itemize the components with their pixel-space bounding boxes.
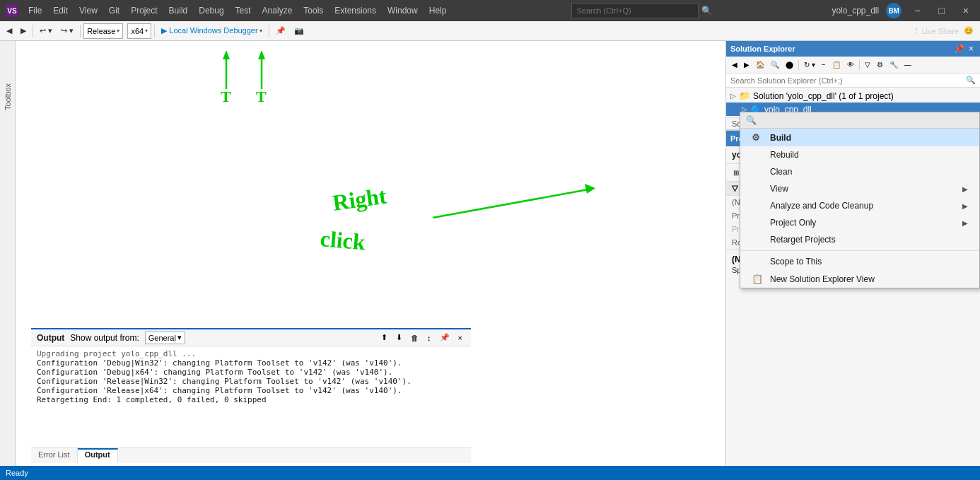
menu-project[interactable]: Project: [125, 3, 163, 18]
menu-git[interactable]: Git: [103, 3, 125, 18]
config-dropdown[interactable]: Release ▾: [83, 23, 123, 39]
output-pin[interactable]: 📌: [437, 332, 453, 344]
cm-search-input[interactable]: [757, 116, 974, 124]
se-circle-btn[interactable]: ⬤: [783, 59, 796, 71]
se-properties-btn[interactable]: 📋: [829, 59, 844, 71]
cm-new-explorer[interactable]: 📋 New Solution Explorer View: [740, 270, 979, 288]
menu-view[interactable]: View: [74, 3, 103, 18]
output-title: Output: [37, 333, 64, 343]
props-misc-collapse[interactable]: ▽: [732, 184, 737, 193]
center-area: T T Right click Output Show output from:: [16, 41, 725, 466]
menu-build[interactable]: Build: [163, 3, 194, 18]
output-source-dropdown[interactable]: General ▾: [145, 332, 185, 344]
menu-file[interactable]: File: [23, 3, 47, 18]
camera-button[interactable]: 📷: [291, 23, 308, 39]
menu-analyze[interactable]: Analyze: [257, 3, 298, 18]
config-dropdown-arrow: ▾: [117, 28, 119, 34]
output-clear[interactable]: 🗑: [408, 332, 421, 344]
cm-build[interactable]: ⚙ Build: [740, 129, 979, 146]
se-collapse-btn[interactable]: −: [819, 59, 829, 71]
se-search-btn[interactable]: 🔍: [768, 59, 782, 71]
platform-dropdown[interactable]: x64 ▾: [127, 23, 151, 39]
se-filter-btn[interactable]: ▽: [862, 59, 873, 71]
se-settings-btn[interactable]: ⚙: [874, 59, 886, 71]
tab-output[interactable]: Output: [78, 448, 118, 463]
menu-help[interactable]: Help: [424, 3, 453, 18]
cm-project-only-arrow: ▶: [962, 219, 968, 227]
output-close[interactable]: ×: [455, 332, 465, 344]
search-icon: 🔍: [701, 6, 712, 16]
cm-scope-label: Scope to This: [770, 257, 822, 267]
se-back-btn[interactable]: ◀: [729, 59, 740, 71]
tab-error-list[interactable]: Error List: [31, 448, 78, 463]
cm-rebuild[interactable]: Rebuild: [740, 146, 979, 163]
undo-group-button[interactable]: ↩ ▾: [36, 23, 56, 39]
cm-project-only-label: Project Only: [770, 218, 816, 228]
debug-button[interactable]: ▶ Local Windows Debugger ▾: [158, 23, 265, 39]
cm-clean[interactable]: Clean: [740, 163, 979, 180]
menu-window[interactable]: Window: [382, 3, 424, 18]
se-search-input[interactable]: [730, 76, 966, 85]
redo-group-button[interactable]: ↪ ▾: [57, 23, 77, 39]
title-bar-right: yolo_cpp_dll BM − □ ×: [832, 0, 974, 21]
back-button[interactable]: ◀: [3, 23, 16, 39]
live-share-label: Live Share: [921, 27, 959, 35]
menu-debug[interactable]: Debug: [193, 3, 229, 18]
output-titlebar: Output Show output from: General ▾ ⬆ ⬇ 🗑…: [31, 329, 471, 346]
cm-analyze[interactable]: Analyze and Code Cleanup ▶: [740, 197, 979, 214]
cm-view[interactable]: View ▶: [740, 180, 979, 197]
toolbox-panel: Toolbox: [0, 41, 16, 466]
menu-tools[interactable]: Tools: [298, 3, 329, 18]
se-home-btn[interactable]: 🏠: [753, 59, 767, 71]
solution-icon: 📁: [739, 90, 750, 101]
output-line-1: Upgrading project yolo_cpp_dll ...: [37, 349, 465, 358]
cm-project-only[interactable]: Project Only ▶: [740, 214, 979, 231]
output-content[interactable]: Upgrading project yolo_cpp_dll ... Confi…: [31, 346, 471, 447]
se-close-button[interactable]: ×: [967, 44, 976, 54]
restore-button[interactable]: □: [933, 0, 950, 21]
cm-scope[interactable]: Scope to This: [740, 253, 979, 270]
se-search-icon: 🔍: [966, 76, 976, 85]
output-line-5: Configuration 'Release|x64': changing Pl…: [37, 386, 465, 395]
output-line-4: Configuration 'Release|Win32': changing …: [37, 377, 465, 386]
forward-button[interactable]: ▶: [17, 23, 30, 39]
cm-retarget[interactable]: Retarget Projects: [740, 231, 979, 248]
se-solution-item[interactable]: ▷ 📁 Solution 'yolo_cpp_dll' (1 of 1 proj…: [726, 89, 980, 103]
se-refresh-btn[interactable]: ↻ ▾: [801, 59, 818, 71]
toolbar-separator-4: [269, 25, 269, 37]
output-scroll-down[interactable]: ⬇: [393, 332, 405, 344]
svg-marker-1: [223, 50, 230, 59]
se-minus2-btn[interactable]: —: [902, 59, 914, 71]
se-forward-btn[interactable]: ▶: [741, 59, 752, 71]
live-share-icon: ⤴: [914, 27, 918, 35]
menu-test[interactable]: Test: [230, 3, 257, 18]
output-line-2: Configuration 'Debug|Win32': changing Pl…: [37, 358, 465, 368]
se-preview-btn[interactable]: 👁: [844, 59, 857, 71]
close-button[interactable]: ×: [957, 0, 974, 21]
menu-extensions[interactable]: Extensions: [329, 3, 382, 18]
debug-label: ▶ Local Windows Debugger: [161, 26, 257, 35]
output-scroll-up[interactable]: ⬆: [378, 332, 390, 344]
cm-view-label: View: [770, 184, 788, 194]
live-share-button[interactable]: ⤴ Live Share: [914, 27, 959, 35]
title-bar: VS File Edit View Git Project Build Debu…: [0, 0, 980, 21]
pin-button[interactable]: 📌: [272, 23, 289, 39]
toolbar-separator-3: [154, 25, 155, 37]
output-wrap[interactable]: ↕: [424, 332, 434, 344]
feedback-button[interactable]: 😊: [960, 23, 977, 39]
cm-analyze-label: Analyze and Code Cleanup: [770, 201, 873, 211]
search-input[interactable]: [571, 3, 699, 18]
se-pin-button[interactable]: 📌: [952, 44, 967, 54]
vs-logo: VS: [6, 4, 18, 17]
output-line-6: Retargeting End: 1 completed, 0 failed, …: [37, 395, 465, 404]
cm-new-explorer-label: New Solution Explorer View: [770, 274, 875, 284]
right-panel: Solution Explorer 📌 × ◀ ▶ 🏠 🔍 ⬤ ↻ ▾ − 📋 …: [725, 41, 980, 466]
svg-text:click: click: [319, 226, 366, 254]
menu-edit[interactable]: Edit: [47, 3, 74, 18]
se-gear2-btn[interactable]: 🔧: [887, 59, 901, 71]
debug-dropdown-arrow: ▾: [259, 28, 262, 34]
svg-marker-9: [585, 184, 595, 194]
minimize-button[interactable]: −: [909, 0, 926, 21]
output-source-label: General: [148, 334, 176, 342]
cm-rebuild-label: Rebuild: [770, 150, 799, 160]
